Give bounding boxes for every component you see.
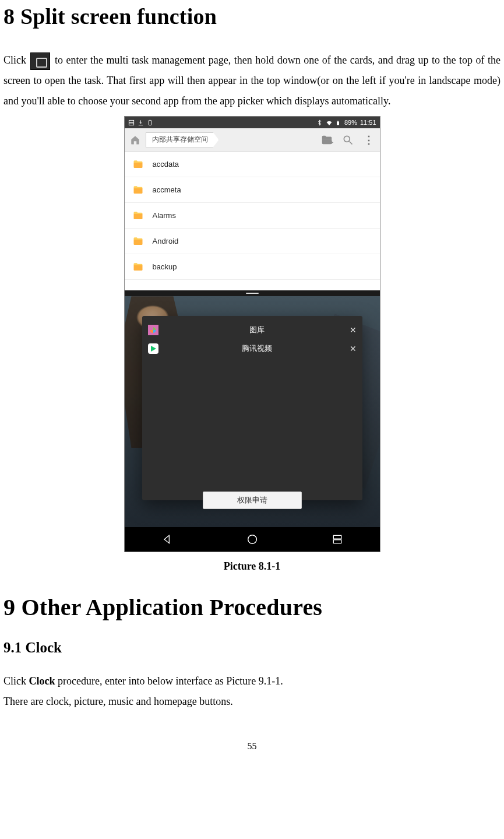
folder-name: accdata (153, 160, 179, 168)
figure-caption: Picture 8.1-1 (3, 560, 501, 573)
recent-apps-icon (30, 52, 50, 70)
folder-row[interactable]: backup (125, 254, 380, 280)
split-screen-indicator-icon (128, 120, 135, 126)
recents-split-icon[interactable] (330, 532, 344, 546)
home-nav-icon[interactable] (245, 532, 259, 546)
para1-pre: Click (3, 54, 29, 66)
folder-name: accmeta (153, 185, 181, 194)
wifi-icon (326, 120, 332, 126)
svg-line-7 (349, 141, 352, 144)
close-icon[interactable]: ✕ (350, 344, 357, 353)
download-icon (138, 120, 144, 126)
clock-line-2: There are clock, picture, music and home… (3, 691, 501, 712)
clock-line-1-post: procedure, enter into below interface as… (55, 675, 283, 687)
recents-app-row[interactable]: 腾讯视频 ✕ (148, 339, 357, 358)
phone-screenshot: 89% 11:51 内部共享存储空间 + ⋮ (124, 116, 380, 552)
svg-rect-4 (337, 121, 339, 121)
breadcrumb-internal-storage[interactable]: 内部共享存储空间 (146, 132, 219, 148)
folder-row[interactable]: accmeta (125, 177, 380, 203)
recents-bottom-pane: 图库 ✕ 腾讯视频 ✕ 权限申请 (125, 296, 380, 527)
recents-app-label: 腾讯视频 (164, 343, 350, 354)
folder-name: Android (153, 237, 179, 245)
svg-rect-1 (129, 123, 133, 125)
folder-row[interactable]: accdata (125, 152, 380, 177)
folder-name: backup (153, 262, 177, 271)
clock-line-1-pre: Click (3, 675, 29, 687)
back-icon[interactable] (160, 532, 174, 546)
close-icon[interactable]: ✕ (350, 325, 357, 335)
home-icon[interactable] (129, 135, 141, 145)
folder-row[interactable]: Android (125, 229, 380, 254)
tencent-video-app-icon (148, 343, 158, 354)
svg-rect-2 (149, 120, 151, 125)
recents-card[interactable]: 图库 ✕ 腾讯视频 ✕ 权限申请 (142, 316, 362, 500)
recents-app-row[interactable]: 图库 ✕ (148, 321, 357, 339)
heading-split-screen: 8 Split screen function (3, 3, 501, 29)
figure-8-1-1: 89% 11:51 内部共享存储空间 + ⋮ (3, 116, 501, 573)
folder-icon (132, 236, 144, 247)
svg-rect-9 (333, 536, 341, 539)
permission-request-button[interactable]: 权限申请 (203, 492, 302, 509)
notification-icon (147, 120, 153, 126)
folder-row[interactable]: Alarms (125, 203, 380, 229)
permission-request-label: 权限申请 (237, 495, 267, 505)
split-screen-handle[interactable] (125, 290, 380, 296)
svg-rect-10 (333, 540, 341, 543)
page-number: 55 (3, 741, 501, 752)
menu-overflow-icon[interactable]: ⋮ (362, 134, 375, 146)
new-folder-icon[interactable]: + (320, 134, 333, 146)
clock-line-1: Click Clock procedure, enter into below … (3, 671, 501, 691)
recents-app-label: 图库 (164, 325, 350, 335)
clock-bold: Clock (29, 675, 55, 687)
paragraph-split-screen: Click to enter the multi task management… (3, 50, 501, 111)
gallery-app-icon (148, 325, 158, 335)
file-manager-actionbar: 内部共享存储空间 + ⋮ (125, 128, 380, 152)
file-list-pane: accdata accmeta Alarms Android (125, 152, 380, 290)
search-icon[interactable] (341, 134, 354, 146)
breadcrumb-label: 内部共享存储空间 (152, 135, 208, 145)
file-list-spacer (125, 280, 380, 290)
folder-icon (132, 210, 144, 221)
battery-percent: 89% (344, 119, 357, 126)
navigation-bar (125, 527, 380, 552)
svg-rect-0 (129, 120, 133, 122)
subheading-clock: 9.1 Clock (3, 640, 501, 656)
folder-name: Alarms (153, 211, 176, 220)
para1-post: to enter the multi task management page,… (3, 54, 501, 107)
svg-text:+: + (330, 139, 333, 146)
svg-point-6 (344, 136, 350, 142)
status-bar: 89% 11:51 (125, 117, 380, 128)
folder-icon (132, 159, 144, 170)
battery-icon (335, 120, 341, 126)
svg-rect-3 (337, 121, 339, 125)
folder-icon (132, 185, 144, 195)
svg-point-8 (248, 535, 256, 544)
bluetooth-icon (316, 120, 323, 126)
folder-icon (132, 262, 144, 272)
heading-other-apps: 9 Other Application Procedures (3, 594, 501, 621)
clock-time: 11:51 (360, 119, 376, 126)
